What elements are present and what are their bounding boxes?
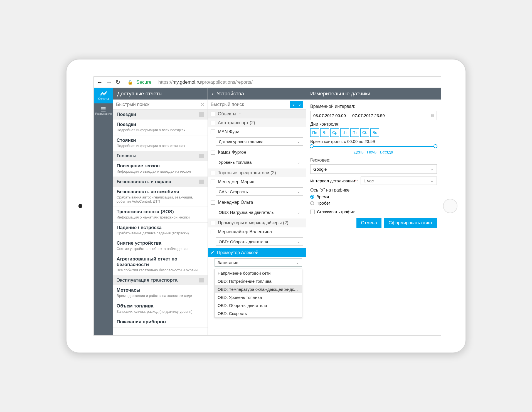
checkbox[interactable] xyxy=(211,150,215,155)
report-item[interactable]: Агрегированный отчет по безопасностиВсе … xyxy=(113,254,208,276)
smooth-label: Сглаживать график xyxy=(317,209,355,214)
checkbox[interactable] xyxy=(211,221,215,225)
tablet-frame: ← → ↻ 🔒 Secure https://my.gdemoi.ru/pro/… xyxy=(66,59,466,353)
day-chip[interactable]: Вт xyxy=(320,128,329,137)
comment-icon[interactable] xyxy=(199,278,204,282)
report-item[interactable]: Посещение геозонИнформация о въездах и в… xyxy=(113,161,208,177)
checkbox[interactable] xyxy=(211,200,215,205)
report-group-header[interactable]: Безопасность и охрана xyxy=(113,177,208,187)
sensor-dropdown: Напряжение бортовой сетиOBD: Потребление… xyxy=(215,269,302,318)
checkbox[interactable] xyxy=(211,112,215,116)
sidebar-tab-reports[interactable]: Отчеты xyxy=(94,88,113,103)
pager-prev[interactable]: ‹ xyxy=(290,101,297,108)
radio-dot-icon xyxy=(310,201,314,205)
sensor-select[interactable]: Зажигание⌄ xyxy=(215,258,302,267)
comment-icon[interactable] xyxy=(199,180,204,184)
reports-search-input[interactable] xyxy=(116,102,200,107)
radio-run[interactable]: Пробег xyxy=(310,201,437,205)
reload-button[interactable]: ↻ xyxy=(115,79,120,86)
submit-button[interactable]: Сформировать отчет xyxy=(384,218,437,228)
device-item[interactable]: Мерчендайзер Валентина xyxy=(208,227,306,236)
dropdown-option[interactable]: OBD: Температура охлаждающей жидкости xyxy=(215,285,302,293)
clear-icon[interactable]: ✕ xyxy=(200,101,205,108)
devices-column-header[interactable]: Объекты ↑ xyxy=(208,110,306,118)
back-button[interactable]: ← xyxy=(97,79,103,86)
geocoder-select[interactable]: Google ⌄ xyxy=(310,164,437,174)
dropdown-option[interactable]: OBD: Скорость xyxy=(215,309,302,317)
checkbox[interactable] xyxy=(211,130,215,134)
day-chip[interactable]: Чт xyxy=(340,128,349,137)
report-item[interactable]: Снятие устройстваСнятие устройства с объ… xyxy=(113,238,208,254)
sensor-select[interactable]: CAN: Скорость⌄ xyxy=(216,187,303,196)
pager-next[interactable]: › xyxy=(297,101,303,108)
report-item[interactable]: Безопасность автомобиляСрабатывания авто… xyxy=(113,187,208,207)
smooth-checkbox[interactable]: Сглаживать график xyxy=(310,209,437,214)
checkbox[interactable] xyxy=(211,121,215,125)
devices-header: ‹ Устройства xyxy=(208,88,306,100)
devices-search-row: ‹ › xyxy=(208,100,306,110)
forward-button[interactable]: → xyxy=(106,79,112,86)
preset-night[interactable]: Ночь xyxy=(367,150,376,154)
report-item[interactable]: МоточасыВремя движения и работы на холос… xyxy=(113,285,208,301)
sensor-select[interactable]: Датчик уровня топлива⌄ xyxy=(216,137,303,146)
sensor-select[interactable]: OBD: Нагрузка на двигатель⌄ xyxy=(216,208,303,216)
report-group-header[interactable]: Эксплуатация транспорта xyxy=(113,275,208,285)
control-time-label: Время контроля: с 00:00 по 23:59 xyxy=(310,139,437,144)
report-item[interactable]: Тревожная кнопка (SOS)Информация о нажат… xyxy=(113,207,208,223)
report-item[interactable]: СтоянкиПодробная информация о всех стоян… xyxy=(113,135,208,151)
report-item-desc: Время движения и работы на холостом ходе xyxy=(117,294,204,298)
checkbox[interactable] xyxy=(211,180,215,184)
radio-time[interactable]: Время xyxy=(310,194,437,199)
report-item[interactable]: Объем топливаЗаправки, сливы, расход (по… xyxy=(113,301,208,317)
cancel-button[interactable]: Отмена xyxy=(356,218,381,228)
preset-always[interactable]: Всегда xyxy=(380,150,393,154)
report-item[interactable]: Показания приборов xyxy=(113,317,208,328)
report-item[interactable]: ПоездкиПодробная информация о всех поезд… xyxy=(113,120,208,135)
report-group-header[interactable]: Геозоны xyxy=(113,151,208,161)
group-name: Безопасность и охрана xyxy=(117,179,171,185)
device-item[interactable]: MAN Фура xyxy=(208,127,306,136)
day-chip[interactable]: Пн xyxy=(310,128,319,137)
report-item[interactable]: Падение / встряскаСрабатывание датчика п… xyxy=(113,223,208,239)
device-item[interactable]: ✓Промоутер Алексей xyxy=(208,248,306,257)
day-chip[interactable]: Вс xyxy=(370,128,379,137)
checkbox[interactable] xyxy=(211,230,215,234)
slider-handle-end[interactable] xyxy=(434,144,437,148)
comment-icon[interactable] xyxy=(199,154,204,158)
device-name: Камаз Фургон xyxy=(218,150,246,155)
geocoder-label: Геокодер: xyxy=(310,158,437,163)
time-slider[interactable] xyxy=(310,146,437,147)
preset-day[interactable]: День xyxy=(354,150,364,154)
day-chip[interactable]: Сб xyxy=(360,128,369,137)
settings-header: Измерительные датчики xyxy=(306,88,441,100)
device-group-header[interactable]: Торговые представители (2) xyxy=(208,168,306,177)
url-field[interactable]: https://my.gdemoi.ru/pro/applications/re… xyxy=(158,80,253,85)
devices-search-input[interactable] xyxy=(211,102,290,107)
device-item[interactable]: Менеджер Ольга xyxy=(208,198,306,207)
dropdown-option[interactable]: OBD: Обороты двигателя xyxy=(215,301,302,309)
time-interval-input[interactable]: 03.07.2017 00:00 — 07.07.2017 23:59 ▦ xyxy=(310,111,437,120)
sensor-select[interactable]: OBD: Обороты двигателя⌄ xyxy=(216,237,303,246)
day-chip[interactable]: Пт xyxy=(350,128,359,137)
tablet-home-button[interactable] xyxy=(443,199,457,213)
column-label: Объекты xyxy=(218,111,236,116)
checkbox[interactable] xyxy=(211,171,215,175)
detail-select[interactable]: 1 час ⌄ xyxy=(361,177,437,185)
device-group-header[interactable]: Автотранспорт (2) xyxy=(208,118,306,127)
sort-asc-icon[interactable]: ↑ xyxy=(239,112,241,116)
report-group-header[interactable]: Поездки xyxy=(113,110,208,120)
device-item[interactable]: Камаз Фургон xyxy=(208,148,306,157)
calendar-icon[interactable]: ▦ xyxy=(430,113,434,118)
device-group-header[interactable]: Промоутеры и мерчендайзеры (2) xyxy=(208,219,306,227)
comment-icon[interactable] xyxy=(199,112,204,117)
left-sidebar: Отчеты Расписание xyxy=(94,88,113,335)
dropdown-option[interactable]: OBD: Потребление топлива xyxy=(215,277,302,285)
dropdown-option[interactable]: OBD: Уровень топлива xyxy=(215,293,302,301)
day-chip[interactable]: Ср xyxy=(330,128,339,137)
back-chevron-icon[interactable]: ‹ xyxy=(212,91,214,97)
device-item[interactable]: Менеджер Мария xyxy=(208,177,306,186)
sensor-select[interactable]: Уровень топлива⌄ xyxy=(216,158,303,166)
sidebar-tab-schedule[interactable]: Расписание xyxy=(94,103,113,119)
slider-handle-start[interactable] xyxy=(310,144,314,148)
dropdown-option[interactable]: Напряжение бортовой сети xyxy=(215,269,302,277)
